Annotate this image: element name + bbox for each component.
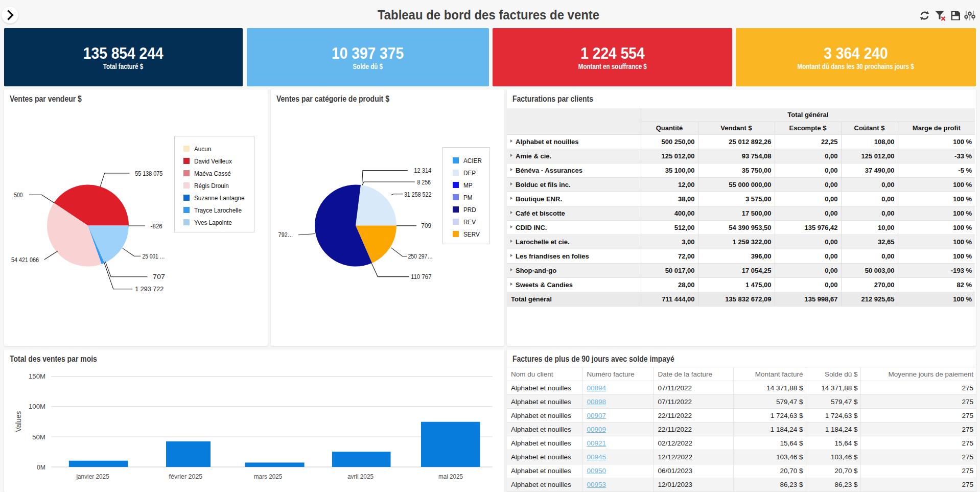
svg-text:-826: -826 [151,222,162,230]
svg-text:mai 2025: mai 2025 [438,473,463,480]
svg-text:54 421 066: 54 421 066 [11,256,39,264]
svg-text:0M: 0M [37,463,45,471]
svg-text:707: 707 [153,273,165,280]
svg-text:500: 500 [14,191,23,199]
svg-text:250 297…: 250 297… [408,252,433,260]
svg-text:Values: Values [14,411,22,432]
svg-text:55 138 075: 55 138 075 [135,170,162,177]
svg-text:31 258 522: 31 258 522 [404,191,432,198]
svg-text:792…: 792… [278,231,293,239]
svg-text:février 2025: février 2025 [169,473,203,480]
svg-text:25 001 …: 25 001 … [143,252,165,260]
svg-text:avril 2025: avril 2025 [347,473,374,480]
svg-text:12 314: 12 314 [414,167,431,174]
svg-text:100M: 100M [29,403,45,410]
svg-text:1 293 722: 1 293 722 [135,285,164,293]
svg-text:110 767: 110 767 [411,273,432,280]
svg-text:709: 709 [421,222,431,229]
svg-text:mars 2025: mars 2025 [254,473,283,480]
svg-text:janvier 2025: janvier 2025 [76,473,109,480]
svg-text:150M: 150M [29,372,45,380]
svg-text:8 256: 8 256 [417,178,431,186]
svg-text:50M: 50M [32,433,45,441]
